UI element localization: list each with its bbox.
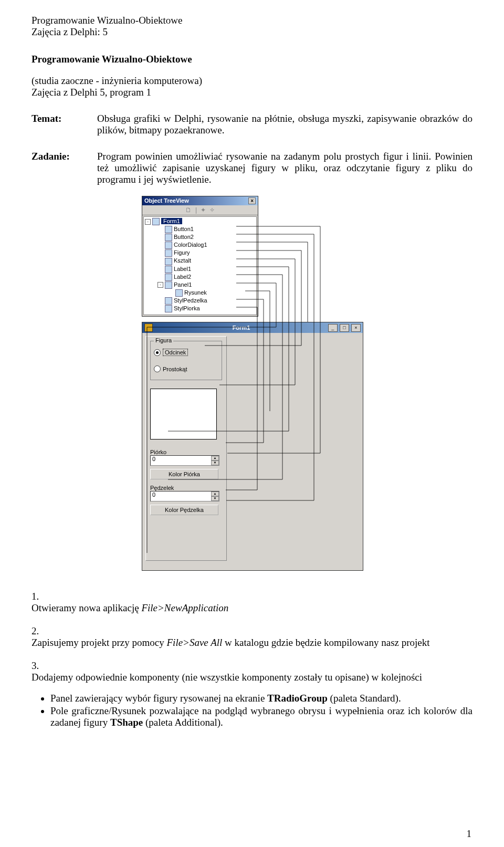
radio-label: Prostokąt xyxy=(163,366,187,372)
treeview-body: -Form1 Button1 Button2 ColorDialog1 Figu… xyxy=(143,216,257,315)
pedzelek-value: 0 xyxy=(151,492,211,501)
form-icon xyxy=(152,218,160,225)
treeview-title-text: Object TreeView xyxy=(144,197,189,204)
tree-item[interactable]: Button1 xyxy=(145,225,255,233)
kolor-pedzelka-button[interactable]: Kolor Pędzelka xyxy=(150,505,218,515)
piorko-value: 0 xyxy=(151,456,211,465)
tree-item[interactable]: Ksztalt xyxy=(145,257,255,265)
figura-group: Figura Odcinek Prostokąt xyxy=(150,341,222,380)
pedzelek-input[interactable]: 0 ▲▼ xyxy=(150,491,219,501)
left-panel: Figura Odcinek Prostokąt Piórko xyxy=(145,336,227,561)
doc-title: Programowanie Wizualno-Obiektowe xyxy=(32,54,472,65)
tree-item[interactable]: StylPedzelka xyxy=(145,297,255,305)
step-3-text: Dodajemy odpowiednie komponenty (nie wsz… xyxy=(32,672,472,683)
bullet-1: Panel zawierający wybór figury rysowanej… xyxy=(50,693,472,704)
close-icon[interactable]: × xyxy=(351,324,361,332)
spin-down-icon[interactable]: ▼ xyxy=(211,496,219,501)
doc-subtitle-1: (studia zaoczne - inżynieria komputerowa… xyxy=(32,75,472,87)
radio-dot xyxy=(154,365,161,372)
maximize-icon[interactable]: □ xyxy=(340,324,349,332)
tree-item[interactable]: Label1 xyxy=(145,265,255,273)
page-number: 1 xyxy=(467,828,472,840)
step-2-text: Zapisujemy projekt przy pomocy File>Save… xyxy=(32,637,472,649)
zadanie-text: Program powinien umożliwiać rysowanie na… xyxy=(97,151,472,185)
shape-preview xyxy=(150,389,217,440)
radio-prostokat[interactable]: Prostokąt xyxy=(154,365,218,372)
bullet-list: Panel zawierający wybór figury rysowanej… xyxy=(50,693,472,728)
step-1-num: 1. xyxy=(32,591,472,602)
doc-header-2: Zajęcia z Delphi: 5 xyxy=(32,26,472,38)
tree-subitem[interactable]: Rysunek xyxy=(145,289,255,297)
spin-up-icon[interactable]: ▲ xyxy=(211,492,219,496)
close-icon[interactable]: × xyxy=(248,197,256,204)
doc-subtitle-2: Zajęcia z Delphi 5, program 1 xyxy=(32,87,472,98)
step-1-text: Otwieramy nowa aplikację File>NewApplica… xyxy=(32,602,472,614)
step-2-num: 2. xyxy=(32,625,472,637)
treeview-toolbar: 🗋 | ✦ ✧ xyxy=(142,205,258,215)
radio-odcinek[interactable]: Odcinek xyxy=(154,349,218,356)
radio-dot-selected xyxy=(154,349,161,356)
object-treeview-panel: Object TreeView × 🗋 | ✦ ✧ -Form1 Button1… xyxy=(142,196,258,317)
zadanie-label: Zadanie: xyxy=(32,151,97,185)
tree-root[interactable]: Form1 xyxy=(161,218,182,224)
minimize-icon[interactable]: _ xyxy=(328,324,338,332)
spin-up-icon[interactable]: ▲ xyxy=(211,456,219,461)
temat-label: Temat: xyxy=(32,113,97,136)
temat-text: Obsługa grafiki w Delphi, rysowanie na p… xyxy=(97,113,472,136)
form1-titlebar: Form1 _ □ × xyxy=(142,322,363,333)
piorko-label: Piórko xyxy=(150,449,222,455)
tree-item[interactable]: Label2 xyxy=(145,273,255,281)
screenshot-figure: Object TreeView × 🗋 | ✦ ✧ -Form1 Button1… xyxy=(142,196,362,571)
pedzelek-label: Pędzelek xyxy=(150,485,222,491)
figura-group-title: Figura xyxy=(154,337,173,343)
doc-header-1: Programowanie Wizualno-Obiektowe xyxy=(32,15,472,26)
treeview-titlebar: Object TreeView × xyxy=(142,196,258,205)
tree-item[interactable]: StylPiorka xyxy=(145,305,255,312)
collapse-icon[interactable]: - xyxy=(145,219,151,225)
piorko-input[interactable]: 0 ▲▼ xyxy=(150,455,219,466)
radio-label: Odcinek xyxy=(163,349,188,356)
app-icon xyxy=(144,323,153,332)
step-3-num: 3. xyxy=(32,660,472,672)
tree-item[interactable]: ColorDialog1 xyxy=(145,241,255,249)
kolor-piorka-button[interactable]: Kolor Piórka xyxy=(150,469,218,479)
tree-item[interactable]: -Panel1 xyxy=(145,281,255,289)
tree-item[interactable]: Figury xyxy=(145,249,255,257)
tree-item[interactable]: Button2 xyxy=(145,233,255,241)
form1-window: Form1 _ □ × Figura Odcinek xyxy=(142,322,363,571)
spin-down-icon[interactable]: ▼ xyxy=(211,461,219,465)
bullet-2: Pole graficzne/Rysunek pozwalające na po… xyxy=(50,705,472,728)
form1-title-text: Form1 xyxy=(155,325,328,331)
